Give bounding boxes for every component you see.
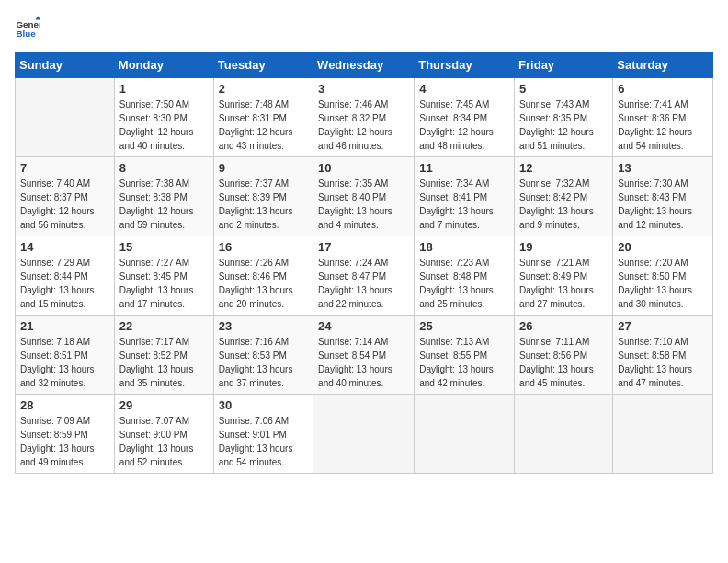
day-info: Sunrise: 7:09 AM Sunset: 8:59 PM Dayligh… — [20, 414, 109, 469]
calendar-cell: 12Sunrise: 7:32 AM Sunset: 8:42 PM Dayli… — [515, 157, 613, 236]
day-number: 15 — [119, 240, 209, 254]
day-number: 8 — [119, 161, 209, 175]
calendar-cell: 18Sunrise: 7:23 AM Sunset: 8:48 PM Dayli… — [415, 236, 515, 316]
day-number: 25 — [419, 319, 509, 333]
day-number: 19 — [519, 240, 608, 254]
calendar-cell: 25Sunrise: 7:13 AM Sunset: 8:55 PM Dayli… — [415, 316, 515, 395]
day-info: Sunrise: 7:24 AM Sunset: 8:47 PM Dayligh… — [318, 256, 409, 311]
calendar-cell: 2Sunrise: 7:48 AM Sunset: 8:31 PM Daylig… — [213, 78, 313, 157]
day-info: Sunrise: 7:50 AM Sunset: 8:30 PM Dayligh… — [119, 98, 209, 153]
day-info: Sunrise: 7:26 AM Sunset: 8:46 PM Dayligh… — [219, 256, 308, 311]
day-info: Sunrise: 7:20 AM Sunset: 8:50 PM Dayligh… — [618, 256, 708, 311]
day-info: Sunrise: 7:18 AM Sunset: 8:51 PM Dayligh… — [20, 335, 109, 390]
calendar-cell — [613, 395, 713, 474]
calendar-table: SundayMondayTuesdayWednesdayThursdayFrid… — [15, 52, 713, 474]
svg-text:Blue: Blue — [16, 29, 36, 39]
day-info: Sunrise: 7:06 AM Sunset: 9:01 PM Dayligh… — [219, 414, 308, 469]
calendar-cell: 15Sunrise: 7:27 AM Sunset: 8:45 PM Dayli… — [114, 236, 213, 316]
day-info: Sunrise: 7:17 AM Sunset: 8:52 PM Dayligh… — [119, 335, 209, 390]
day-number: 18 — [419, 240, 509, 254]
day-number: 27 — [618, 319, 708, 333]
day-info: Sunrise: 7:29 AM Sunset: 8:44 PM Dayligh… — [20, 256, 109, 311]
day-info: Sunrise: 7:45 AM Sunset: 8:34 PM Dayligh… — [419, 98, 509, 153]
day-number: 5 — [519, 82, 608, 96]
calendar-cell: 8Sunrise: 7:38 AM Sunset: 8:38 PM Daylig… — [114, 157, 213, 236]
calendar-cell: 21Sunrise: 7:18 AM Sunset: 8:51 PM Dayli… — [16, 316, 115, 395]
calendar-cell: 19Sunrise: 7:21 AM Sunset: 8:49 PM Dayli… — [515, 236, 613, 316]
day-number: 21 — [20, 319, 109, 333]
day-number: 14 — [20, 240, 109, 254]
calendar-cell: 23Sunrise: 7:16 AM Sunset: 8:53 PM Dayli… — [213, 316, 313, 395]
calendar-cell: 28Sunrise: 7:09 AM Sunset: 8:59 PM Dayli… — [16, 395, 115, 474]
day-info: Sunrise: 7:16 AM Sunset: 8:53 PM Dayligh… — [219, 335, 308, 390]
calendar-cell: 16Sunrise: 7:26 AM Sunset: 8:46 PM Dayli… — [213, 236, 313, 316]
day-info: Sunrise: 7:37 AM Sunset: 8:39 PM Dayligh… — [219, 177, 308, 232]
svg-marker-2 — [35, 16, 40, 19]
day-info: Sunrise: 7:21 AM Sunset: 8:49 PM Dayligh… — [519, 256, 608, 311]
day-info: Sunrise: 7:32 AM Sunset: 8:42 PM Dayligh… — [519, 177, 608, 232]
calendar-cell: 4Sunrise: 7:45 AM Sunset: 8:34 PM Daylig… — [415, 78, 515, 157]
day-number: 1 — [119, 82, 209, 96]
calendar-cell: 22Sunrise: 7:17 AM Sunset: 8:52 PM Dayli… — [114, 316, 213, 395]
day-number: 23 — [219, 319, 308, 333]
day-info: Sunrise: 7:38 AM Sunset: 8:38 PM Dayligh… — [119, 177, 209, 232]
day-info: Sunrise: 7:41 AM Sunset: 8:36 PM Dayligh… — [618, 98, 708, 153]
day-number: 26 — [519, 319, 608, 333]
day-number: 2 — [219, 82, 308, 96]
col-header-sunday: Sunday — [16, 52, 115, 78]
day-number: 6 — [618, 82, 708, 96]
col-header-saturday: Saturday — [613, 52, 713, 78]
col-header-monday: Monday — [114, 52, 213, 78]
calendar-cell — [16, 78, 115, 157]
day-info: Sunrise: 7:48 AM Sunset: 8:31 PM Dayligh… — [219, 98, 308, 153]
day-number: 22 — [119, 319, 209, 333]
day-number: 12 — [519, 161, 608, 175]
day-number: 4 — [419, 82, 509, 96]
calendar-cell — [415, 395, 515, 474]
day-number: 9 — [219, 161, 308, 175]
calendar-cell: 1Sunrise: 7:50 AM Sunset: 8:30 PM Daylig… — [114, 78, 213, 157]
day-info: Sunrise: 7:07 AM Sunset: 9:00 PM Dayligh… — [119, 414, 209, 469]
day-number: 24 — [318, 319, 409, 333]
calendar-cell: 6Sunrise: 7:41 AM Sunset: 8:36 PM Daylig… — [613, 78, 713, 157]
calendar-cell — [313, 395, 415, 474]
day-info: Sunrise: 7:43 AM Sunset: 8:35 PM Dayligh… — [519, 98, 608, 153]
day-info: Sunrise: 7:27 AM Sunset: 8:45 PM Dayligh… — [119, 256, 209, 311]
logo: General Blue — [15, 15, 44, 40]
day-number: 7 — [20, 161, 109, 175]
page-header: General Blue — [15, 15, 713, 40]
day-info: Sunrise: 7:23 AM Sunset: 8:48 PM Dayligh… — [419, 256, 509, 311]
calendar-cell: 14Sunrise: 7:29 AM Sunset: 8:44 PM Dayli… — [16, 236, 115, 316]
day-info: Sunrise: 7:30 AM Sunset: 8:43 PM Dayligh… — [618, 177, 708, 232]
calendar-cell: 10Sunrise: 7:35 AM Sunset: 8:40 PM Dayli… — [313, 157, 415, 236]
calendar-cell: 26Sunrise: 7:11 AM Sunset: 8:56 PM Dayli… — [515, 316, 613, 395]
day-number: 29 — [119, 398, 209, 412]
day-number: 28 — [20, 398, 109, 412]
calendar-cell: 17Sunrise: 7:24 AM Sunset: 8:47 PM Dayli… — [313, 236, 415, 316]
day-number: 3 — [318, 82, 409, 96]
day-info: Sunrise: 7:14 AM Sunset: 8:54 PM Dayligh… — [318, 335, 409, 390]
day-number: 20 — [618, 240, 708, 254]
calendar-cell: 9Sunrise: 7:37 AM Sunset: 8:39 PM Daylig… — [213, 157, 313, 236]
day-number: 16 — [219, 240, 308, 254]
col-header-friday: Friday — [515, 52, 613, 78]
col-header-thursday: Thursday — [415, 52, 515, 78]
calendar-cell: 27Sunrise: 7:10 AM Sunset: 8:58 PM Dayli… — [613, 316, 713, 395]
day-number: 10 — [318, 161, 409, 175]
calendar-cell: 7Sunrise: 7:40 AM Sunset: 8:37 PM Daylig… — [16, 157, 115, 236]
col-header-tuesday: Tuesday — [213, 52, 313, 78]
calendar-cell: 30Sunrise: 7:06 AM Sunset: 9:01 PM Dayli… — [213, 395, 313, 474]
calendar-cell: 24Sunrise: 7:14 AM Sunset: 8:54 PM Dayli… — [313, 316, 415, 395]
day-info: Sunrise: 7:13 AM Sunset: 8:55 PM Dayligh… — [419, 335, 509, 390]
day-info: Sunrise: 7:10 AM Sunset: 8:58 PM Dayligh… — [618, 335, 708, 390]
calendar-cell — [515, 395, 613, 474]
calendar-cell: 3Sunrise: 7:46 AM Sunset: 8:32 PM Daylig… — [313, 78, 415, 157]
calendar-cell: 29Sunrise: 7:07 AM Sunset: 9:00 PM Dayli… — [114, 395, 213, 474]
calendar-cell: 13Sunrise: 7:30 AM Sunset: 8:43 PM Dayli… — [613, 157, 713, 236]
day-number: 30 — [219, 398, 308, 412]
day-number: 11 — [419, 161, 509, 175]
day-info: Sunrise: 7:35 AM Sunset: 8:40 PM Dayligh… — [318, 177, 409, 232]
calendar-cell: 11Sunrise: 7:34 AM Sunset: 8:41 PM Dayli… — [415, 157, 515, 236]
day-number: 17 — [318, 240, 409, 254]
day-info: Sunrise: 7:46 AM Sunset: 8:32 PM Dayligh… — [318, 98, 409, 153]
